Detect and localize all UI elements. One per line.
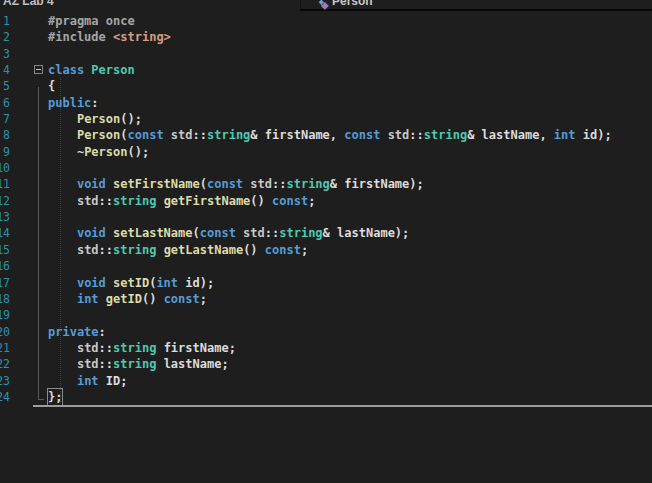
code-line[interactable]: private: bbox=[48, 324, 652, 340]
code-line[interactable]: #include <string> bbox=[48, 29, 652, 45]
end-of-file-line bbox=[33, 405, 652, 407]
line-number: 10 bbox=[0, 160, 10, 176]
line-number: 9 bbox=[0, 144, 10, 160]
line-number: 16 bbox=[0, 258, 10, 274]
line-number: 20 bbox=[0, 324, 10, 340]
code-line[interactable] bbox=[48, 258, 652, 274]
code-line[interactable]: }; bbox=[48, 389, 652, 405]
project-dropdown[interactable]: AZ Lab 4 bbox=[3, 0, 54, 8]
line-number: 12 bbox=[0, 193, 10, 209]
fold-scope-end-tick bbox=[38, 399, 44, 400]
line-number: 3 bbox=[0, 46, 10, 62]
code-line[interactable]: public: bbox=[48, 95, 652, 111]
code-line[interactable]: #pragma once bbox=[48, 13, 652, 29]
code-line[interactable]: ~Person(); bbox=[48, 144, 652, 160]
line-number: 18 bbox=[0, 291, 10, 307]
code-line[interactable]: std::string getLastName() const; bbox=[48, 242, 652, 258]
symbol-dropdown[interactable]: Person bbox=[300, 0, 652, 11]
code-editor[interactable]: 123456789101112131415161718192021222324 … bbox=[0, 11, 652, 483]
line-number: 13 bbox=[0, 209, 10, 225]
code-line[interactable]: std::string lastName; bbox=[48, 356, 652, 372]
code-line[interactable]: std::string getFirstName() const; bbox=[48, 193, 652, 209]
line-number: 6 bbox=[0, 95, 10, 111]
line-number: 22 bbox=[0, 356, 10, 372]
fold-scope-line bbox=[38, 87, 39, 399]
code-line[interactable]: std::string firstName; bbox=[48, 340, 652, 356]
code-line[interactable]: class Person bbox=[48, 62, 652, 78]
line-number: 17 bbox=[0, 275, 10, 291]
code-line[interactable]: Person(const std::string& firstName, con… bbox=[48, 127, 652, 143]
code-line[interactable] bbox=[48, 160, 652, 176]
line-number: 1 bbox=[0, 13, 10, 29]
line-number: 2 bbox=[0, 29, 10, 45]
line-number: 14 bbox=[0, 225, 10, 241]
fold-collapse-icon[interactable] bbox=[34, 65, 43, 74]
line-number: 19 bbox=[0, 307, 10, 323]
code-line[interactable]: void setID(int id); bbox=[48, 275, 652, 291]
line-number: 4 bbox=[0, 62, 10, 78]
code-line[interactable]: { bbox=[48, 78, 652, 94]
line-number: 24 bbox=[0, 389, 10, 405]
line-number: 21 bbox=[0, 340, 10, 356]
code-line[interactable] bbox=[48, 307, 652, 323]
line-number-gutter: 123456789101112131415161718192021222324 bbox=[0, 13, 10, 405]
class-icon bbox=[318, 0, 330, 11]
line-number: 7 bbox=[0, 111, 10, 127]
code-line[interactable] bbox=[48, 46, 652, 62]
line-number: 15 bbox=[0, 242, 10, 258]
code-line[interactable] bbox=[48, 209, 652, 225]
editor-navigation-bar: AZ Lab 4 Person bbox=[0, 0, 652, 11]
line-number: 8 bbox=[0, 127, 10, 143]
symbol-label: Person bbox=[332, 0, 373, 8]
code-lines: #pragma once#include <string>class Perso… bbox=[48, 13, 652, 405]
line-number: 11 bbox=[0, 176, 10, 192]
code-line[interactable]: void setFirstName(const std::string& fir… bbox=[48, 176, 652, 192]
code-line[interactable]: Person(); bbox=[48, 111, 652, 127]
code-line[interactable]: int getID() const; bbox=[48, 291, 652, 307]
brace-match-box: }; bbox=[48, 389, 62, 405]
code-line[interactable]: int ID; bbox=[48, 373, 652, 389]
line-number: 5 bbox=[0, 78, 10, 94]
line-number: 23 bbox=[0, 373, 10, 389]
code-line[interactable]: void setLastName(const std::string& last… bbox=[48, 225, 652, 241]
